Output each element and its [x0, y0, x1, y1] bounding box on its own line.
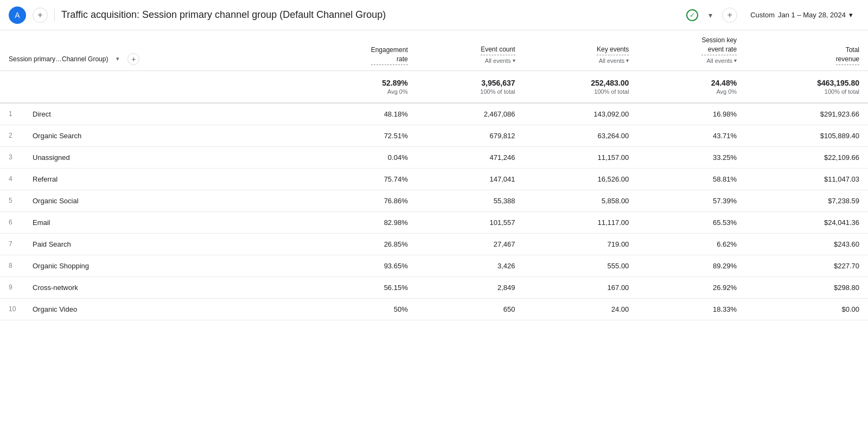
channel-name[interactable]: Direct [33, 110, 51, 118]
event-count-cell: 471,246 [417, 146, 524, 168]
total-revenue-cell: $24,041.36 [745, 211, 868, 233]
event-count-cell: 679,812 [417, 125, 524, 146]
row-number: 7 [9, 240, 25, 248]
event-count-cell: 2,467,086 [417, 103, 524, 125]
title-dropdown-button[interactable]: ▾ [703, 8, 718, 23]
session-key-rate-cell: 18.33% [637, 298, 745, 320]
engagement-rate-cell: 0.04% [305, 146, 417, 168]
channel-name[interactable]: Referral [33, 175, 58, 183]
table-row: 5 Organic Social 76.86% 55,388 5,858.00 … [0, 190, 868, 211]
totals-event-count-sub: 100% of total [425, 88, 515, 95]
event-count-cell: 27,467 [417, 233, 524, 255]
session-key-rate-dropdown-icon: ▾ [734, 57, 737, 65]
channel-name[interactable]: Unassigned [33, 153, 70, 162]
date-custom-label: Custom [750, 11, 775, 19]
engagement-rate-cell: 50% [305, 298, 417, 320]
session-key-rate-cell: 89.29% [637, 255, 745, 276]
dim-cell: 5 Organic Social [0, 190, 305, 211]
totals-key-events-value: 252,483.00 [533, 79, 629, 87]
chevron-down-icon: ▾ [709, 11, 712, 20]
table-row: 1 Direct 48.18% 2,467,086 143,092.00 16.… [0, 103, 868, 125]
event-count-cell: 2,849 [417, 276, 524, 298]
key-events-cell: 143,092.00 [524, 103, 638, 125]
channel-name[interactable]: Paid Search [33, 240, 71, 248]
total-revenue-cell: $0.00 [745, 298, 868, 320]
total-revenue-cell: $11,047.03 [745, 168, 868, 190]
add-dimension-button[interactable]: + [127, 53, 139, 65]
page-title: Traffic acquisition: Session primary cha… [61, 9, 680, 21]
avatar-label: A [15, 11, 20, 20]
row-number: 8 [9, 262, 25, 269]
session-key-rate-cell: 33.25% [637, 146, 745, 168]
dimension-dropdown-button[interactable]: ▾ [112, 54, 123, 65]
date-range-button[interactable]: Custom Jan 1 – May 28, 2024 ▾ [744, 8, 859, 22]
dim-cell: 9 Cross-network [0, 276, 305, 298]
dim-cell: 7 Paid Search [0, 233, 305, 255]
plus-icon: + [37, 10, 42, 20]
totals-key-events-sub: 100% of total [533, 88, 629, 95]
channel-name[interactable]: Email [33, 218, 50, 227]
dim-cell: 3 Unassigned [0, 146, 305, 168]
total-revenue-cell: $227.70 [745, 255, 868, 276]
totals-dim-cell [0, 70, 305, 103]
key-events-cell: 63,264.00 [524, 125, 638, 146]
add-comparison-button[interactable]: + [722, 8, 737, 23]
table-row: 7 Paid Search 26.85% 27,467 719.00 6.62%… [0, 233, 868, 255]
dim-cell: 6 Email [0, 211, 305, 233]
header-divider [54, 9, 55, 22]
table-row: 9 Cross-network 56.15% 2,849 167.00 26.9… [0, 276, 868, 298]
totals-session-key-rate-sub: Avg 0% [646, 88, 737, 95]
totals-row: 52.89% Avg 0% 3,956,637 100% of total 25… [0, 70, 868, 103]
channel-name[interactable]: Organic Video [33, 305, 77, 313]
row-number: 5 [9, 197, 25, 204]
row-number: 6 [9, 218, 25, 226]
key-events-cell: 5,858.00 [524, 190, 638, 211]
totals-event-count: 3,956,637 100% of total [417, 70, 524, 103]
engagement-rate-cell: 76.86% [305, 190, 417, 211]
add-property-button[interactable]: + [33, 8, 48, 23]
engagement-rate-label: Engagementrate [371, 46, 408, 65]
channel-name[interactable]: Organic Shopping [33, 262, 89, 270]
dimension-header: Session primary…Channel Group) ▾ + [0, 30, 305, 70]
date-chevron-icon: ▾ [849, 11, 853, 19]
session-key-rate-cell: 26.92% [637, 276, 745, 298]
event-count-cell: 147,041 [417, 168, 524, 190]
title-actions: ✓ ▾ + [686, 8, 737, 23]
engagement-rate-cell: 72.51% [305, 125, 417, 146]
totals-key-events: 252,483.00 100% of total [524, 70, 638, 103]
row-number: 4 [9, 175, 25, 183]
total-revenue-cell: $291,923.66 [745, 103, 868, 125]
channel-name[interactable]: Organic Search [33, 132, 81, 140]
session-key-rate-cell: 58.81% [637, 168, 745, 190]
session-key-event-rate-label: Session keyevent rate [701, 36, 737, 55]
total-revenue-header: Totalrevenue [745, 30, 868, 70]
plus-icon-2: + [727, 10, 732, 20]
totals-engagement-rate: 52.89% Avg 0% [305, 70, 417, 103]
row-number: 1 [9, 110, 25, 118]
totals-session-key-event-rate: 24.48% Avg 0% [637, 70, 745, 103]
total-revenue-cell: $7,238.59 [745, 190, 868, 211]
dim-cell: 10 Organic Video [0, 298, 305, 320]
table-row: 10 Organic Video 50% 650 24.00 18.33% $0… [0, 298, 868, 320]
check-icon: ✓ [686, 9, 698, 21]
totals-engagement-rate-sub: Avg 0% [314, 88, 408, 95]
table-row: 4 Referral 75.74% 147,041 16,526.00 58.8… [0, 168, 868, 190]
totals-engagement-rate-value: 52.89% [314, 79, 408, 87]
totals-event-count-value: 3,956,637 [425, 79, 515, 87]
dim-cell: 1 Direct [0, 103, 305, 125]
avatar-button[interactable]: A [9, 7, 26, 24]
table-container: Session primary…Channel Group) ▾ + Engag… [0, 30, 868, 320]
session-key-event-rate-header: Session keyevent rate All events ▾ [637, 30, 745, 70]
key-events-cell: 24.00 [524, 298, 638, 320]
totals-total-revenue: $463,195.80 100% of total [745, 70, 868, 103]
row-number: 2 [9, 132, 25, 139]
key-events-cell: 167.00 [524, 276, 638, 298]
channel-name[interactable]: Organic Social [33, 197, 79, 205]
channel-name[interactable]: Cross-network [33, 284, 78, 292]
row-number: 9 [9, 284, 25, 291]
engagement-rate-cell: 56.15% [305, 276, 417, 298]
event-count-cell: 3,426 [417, 255, 524, 276]
session-key-rate-cell: 57.39% [637, 190, 745, 211]
engagement-rate-cell: 93.65% [305, 255, 417, 276]
total-revenue-cell: $105,889.40 [745, 125, 868, 146]
